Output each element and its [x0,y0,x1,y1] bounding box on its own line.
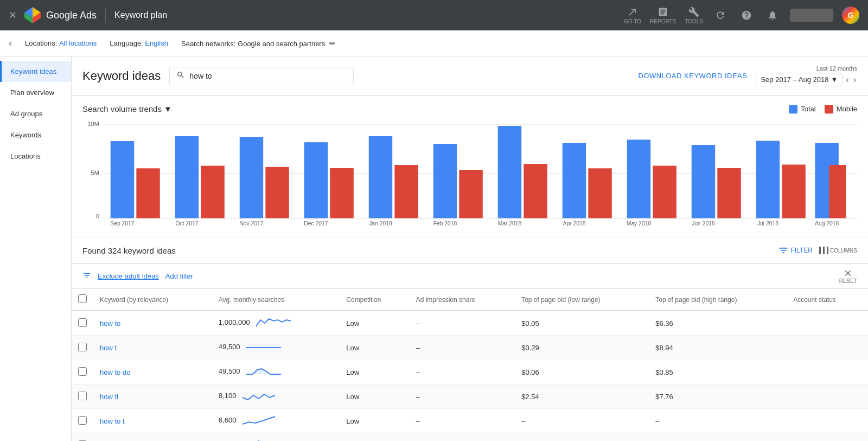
add-filter-link[interactable]: Add filter [165,272,193,280]
date-next-button[interactable]: › [852,74,857,86]
row-checkbox-cell[interactable] [72,311,93,336]
download-keyword-ideas-button[interactable]: DOWNLOAD KEYWORD IDEAS [638,72,747,80]
row-bid-low: – [515,409,649,433]
bar-feb2018-total [433,144,457,218]
row-ad-share: – [410,433,515,442]
search-input[interactable] [189,72,347,80]
col-searches: Avg. monthly searches [212,289,340,311]
row-keyword: how to do [93,360,212,385]
row-bid-high: $7.76 [649,385,787,409]
row-ad-share: – [410,336,515,360]
row-checkbox[interactable] [78,318,87,327]
content-area: Keyword ideas DOWNLOAD KEYWORD IDEAS Las… [72,56,868,441]
row-keyword: how to t [93,409,212,433]
goto-button[interactable]: GO TO [624,7,641,24]
col-checkbox [72,289,93,311]
svg-text:Oct 2017: Oct 2017 [176,220,199,226]
bar-nov2017-total [240,137,263,218]
bar-may2018-mobile [653,166,676,218]
close-icon[interactable]: ✕ [9,9,17,21]
chart-legend: Total Mobile [789,105,857,114]
row-bid-low: $0.29 [515,336,649,360]
row-searches: 6,600 [212,409,340,433]
exclude-adult-ideas-link[interactable]: Exclude adult ideas [98,272,159,280]
row-checkbox[interactable] [78,416,87,425]
row-competition: Low [340,385,409,409]
row-searches: 49,500 [212,360,340,385]
reports-button[interactable]: REPORTS [650,7,676,24]
sidebar-item-keywords[interactable]: Keywords [0,124,71,146]
search-volume-trends-button[interactable]: Search volume trends ▼ [82,104,172,114]
row-competition: Low [340,409,409,433]
back-chevron[interactable]: ‹ [9,37,12,49]
date-range-selector[interactable]: Sep 2017 – Aug 2018 ▼ [756,73,843,86]
tools-button[interactable]: TOOLS [685,7,703,24]
date-range-container: Last 12 months Sep 2017 – Aug 2018 ▼ ‹ › [756,65,857,86]
table-row: how to do 49,500 Low – $0.06 $0.85 [72,360,868,385]
svg-text:10M: 10M [87,121,99,127]
svg-text:0: 0 [96,213,99,219]
row-checkbox[interactable] [78,367,87,376]
bar-may2018-total [627,140,650,218]
bar-sep2017-mobile [136,168,159,218]
help-button[interactable] [738,7,755,24]
row-competition: Low [340,360,409,385]
row-checkbox-cell[interactable] [72,336,93,360]
refresh-button[interactable] [712,7,729,24]
row-competition: Low [340,311,409,336]
row-keyword: how to [93,311,212,336]
row-keyword: how t [93,336,212,360]
sidebar-item-ad-groups[interactable]: Ad groups [0,103,71,124]
chart-header: Search volume trends ▼ Total Mobile [82,104,857,114]
bar-sep2017-total [111,141,134,218]
sidebar-item-keyword-ideas[interactable]: Keyword ideas [0,61,71,82]
svg-text:Feb 2018: Feb 2018 [433,220,457,226]
date-prev-button[interactable]: ‹ [845,74,850,86]
row-keyword: how tl [93,385,212,409]
row-ad-share: – [410,360,515,385]
account-bar[interactable] [790,9,833,22]
keyword-ideas-header: Keyword ideas DOWNLOAD KEYWORD IDEAS Las… [72,56,868,96]
edit-icon[interactable]: ✏ [329,39,336,48]
columns-button[interactable]: COLUMNS [817,244,857,257]
language-value[interactable]: English [145,39,168,47]
col-ad-share: Ad impression share [410,289,515,311]
date-range-label: Last 12 months [816,65,857,72]
nav-icons: GO TO REPORTS TOOLS G [624,7,859,24]
sidebar-item-plan-overview[interactable]: Plan overview [0,82,71,103]
legend-mobile-color [825,105,833,114]
svg-text:Mar 2018: Mar 2018 [498,220,522,226]
select-all-checkbox[interactable] [78,294,87,303]
row-checkbox-cell[interactable] [72,433,93,442]
row-checkbox[interactable] [78,392,87,400]
row-checkbox-cell[interactable] [72,360,93,385]
row-searches: 8,100 [212,385,340,409]
row-checkbox-cell[interactable] [72,385,93,409]
row-bid-low: $0.05 [515,311,649,336]
row-checkbox[interactable] [78,343,87,351]
table-row: how to t 6,600 Low – – – [72,409,868,433]
legend-total-color [789,105,797,114]
svg-text:5M: 5M [91,169,99,176]
row-checkbox-cell[interactable] [72,409,93,433]
svg-text:Apr 2018: Apr 2018 [563,220,586,226]
reset-button[interactable]: RESET [839,268,857,284]
chevron-down-icon: ▼ [164,104,172,114]
sub-navigation: ‹ Locations: All locations Language: Eng… [0,30,868,56]
top-navigation: ✕ Google Ads Keyword plan GO TO REPORTS … [0,0,868,30]
search-icon [176,71,185,81]
svg-text:Aug 2018: Aug 2018 [815,220,839,226]
chevron-down-icon: ▼ [831,75,838,84]
locations-value[interactable]: All locations [59,39,97,47]
table-row: how tos 4,400 Low – $0.01 $10.50 [72,433,868,442]
sidebar-item-locations[interactable]: Locations [0,146,71,167]
row-ad-share: – [410,385,515,409]
google-ads-logo [23,6,42,24]
main-layout: Keyword ideas Plan overview Ad groups Ke… [0,56,868,441]
search-volume-chart: 10M 5M 0 Sep 2017 Oct 2017 [82,118,857,228]
notifications-button[interactable] [764,7,781,24]
row-bid-high: $8.94 [649,336,787,360]
filter-button[interactable]: FILTER [778,245,813,256]
avatar[interactable]: G [842,7,859,24]
language-filter: Language: English [110,39,168,47]
